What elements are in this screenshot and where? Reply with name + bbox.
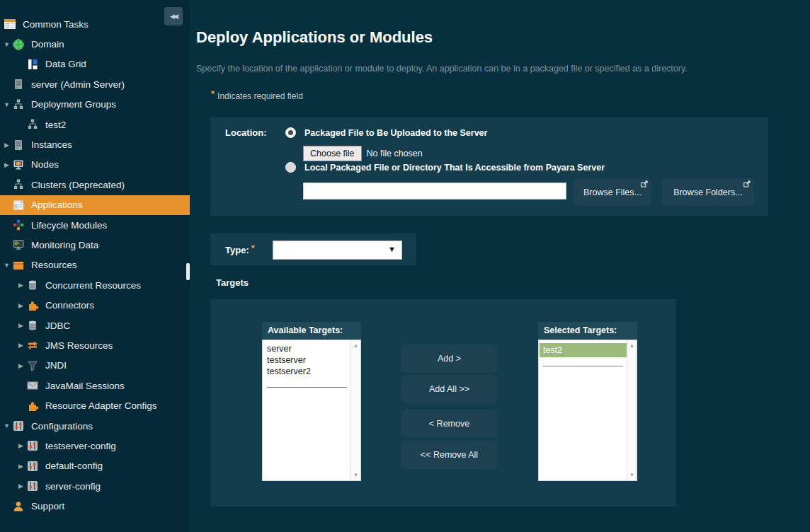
puzzle-icon (26, 299, 39, 312)
sidebar-item-label: Deployment Groups (31, 99, 116, 110)
target-option-server[interactable]: server (263, 343, 351, 354)
target-option-testserver[interactable]: testserver (263, 354, 351, 366)
sidebar-item-lifecycle-modules[interactable]: Lifecycle Modules (0, 215, 190, 235)
add-button[interactable]: Add > (401, 345, 498, 373)
navigation-sidebar: ◀◀ Common Tasks▼DomainData Gridserver (A… (0, 0, 190, 532)
sidebar-item-test2[interactable]: test2 (0, 115, 190, 134)
tree-expand-icon[interactable]: ▶ (16, 282, 26, 289)
navigation-tree: Common Tasks▼DomainData Gridserver (Admi… (0, 14, 190, 516)
main-content: Deploy Applications or Modules Specify t… (190, 0, 810, 532)
sidebar-item-connectors[interactable]: ▶Connectors (0, 295, 190, 315)
selected-targets-header: Selected Targets: (538, 322, 637, 340)
upload-radio[interactable] (285, 127, 296, 138)
scroll-down-icon[interactable]: ▼ (351, 472, 360, 478)
available-targets-header: Available Targets: (262, 322, 361, 340)
scroll-up-icon[interactable]: ▲ (627, 342, 637, 349)
sidebar-item-label: JNDI (45, 360, 67, 371)
scroll-up-icon[interactable]: ▲ (351, 342, 360, 349)
tree-expand-icon[interactable]: ▶ (16, 463, 26, 470)
sidebar-item-label: JMS Resources (45, 340, 113, 351)
type-dropdown[interactable]: ▼ (273, 241, 402, 260)
sidebar-item-configurations[interactable]: ▼Configurations (0, 416, 190, 436)
sidebar-item-concurrent-resources[interactable]: ▶Concurrent Resources (0, 275, 190, 295)
sidebar-item-nodes[interactable]: ▶Nodes (0, 155, 190, 175)
available-targets-listbox[interactable]: servertestservertestserver2 ▲ ▼ (262, 340, 361, 481)
sidebar-item-resources[interactable]: ▼Resources (0, 255, 190, 275)
target-option-testserver2[interactable]: testserver2 (263, 366, 351, 377)
sidebar-collapse-button[interactable]: ◀◀ (164, 7, 183, 25)
tree-collapse-icon[interactable]: ▼ (1, 262, 12, 269)
sidebar-item-label: Lifecycle Modules (31, 220, 107, 231)
sidebar-item-domain[interactable]: ▼Domain (0, 34, 190, 54)
choose-file-button[interactable]: Choose file (303, 146, 362, 161)
sidebar-item-server-config[interactable]: ▶server-config (0, 476, 190, 496)
scroll-down-icon[interactable]: ▼ (627, 472, 637, 478)
upload-radio-row: Packaged File to Be Uploaded to the Serv… (285, 127, 487, 138)
external-link-icon (743, 180, 751, 187)
local-path-radio-row: Local Packaged File or Directory That Is… (285, 162, 605, 173)
tree-expand-icon[interactable]: ▶ (16, 342, 26, 349)
config-icon (26, 480, 39, 492)
sidebar-item-instances[interactable]: ▶Instances (0, 134, 190, 154)
tree-collapse-icon[interactable]: ▼ (1, 422, 12, 429)
tree-expand-icon[interactable]: ▶ (16, 442, 26, 449)
type-label: Type:* (225, 243, 255, 255)
browse-files-label: Browse Files... (583, 187, 641, 197)
sidebar-item-label: Concurrent Resources (45, 280, 141, 291)
sidebar-item-deployment-groups[interactable]: ▼Deployment Groups (0, 95, 190, 115)
browse-folders-label: Browse Folders... (673, 187, 742, 197)
add-all-button[interactable]: Add All >> (401, 375, 498, 403)
sidebar-item-applications[interactable]: Applications (0, 195, 190, 215)
config-icon (12, 420, 25, 432)
tree-expand-icon[interactable]: ▶ (16, 302, 26, 309)
sidebar-item-support[interactable]: Support (0, 496, 190, 516)
tree-expand-icon[interactable]: ▶ (16, 362, 26, 369)
sidebar-item-jndi[interactable]: ▶JNDI (0, 356, 190, 376)
listbox-scrollbar[interactable]: ▲ ▼ (350, 340, 360, 480)
sidebar-item-label: Instances (31, 139, 72, 150)
upload-radio-label[interactable]: Packaged File to Be Uploaded to the Serv… (304, 128, 487, 138)
listbox-scrollbar[interactable]: ▲ ▼ (627, 340, 637, 480)
sidebar-item-clusters-deprecated[interactable]: Clusters (Deprecated) (0, 175, 190, 195)
sidebar-item-default-config[interactable]: ▶default-config (0, 456, 190, 476)
person-icon (12, 500, 25, 513)
sidebar-item-jdbc[interactable]: ▶JDBC (0, 316, 190, 335)
path-input[interactable] (303, 183, 566, 200)
mail-icon (26, 379, 39, 392)
tree-expand-icon[interactable]: ▶ (16, 482, 26, 490)
sidebar-item-label: Resource Adapter Configs (45, 400, 157, 411)
sidebar-item-label: Connectors (45, 300, 94, 311)
tree-collapse-icon[interactable]: ▼ (1, 101, 12, 108)
dropdown-caret-icon: ▼ (388, 245, 396, 253)
funnel-icon (26, 359, 39, 372)
node-icon (12, 158, 25, 171)
list-separator (543, 366, 623, 366)
tree-expand-icon[interactable]: ▶ (16, 322, 26, 329)
sidebar-item-jms-resources[interactable]: ▶JMS Resources (0, 335, 190, 355)
sidebar-item-label: Monitoring Data (31, 240, 98, 250)
sidebar-item-javamail-sessions[interactable]: JavaMail Sessions (0, 376, 190, 395)
external-link-icon (641, 180, 648, 187)
remove-button[interactable]: < Remove (401, 410, 498, 438)
selected-targets-listbox[interactable]: test2 ▲ ▼ (538, 340, 637, 481)
db-icon (26, 319, 39, 332)
sidebar-item-label: Nodes (31, 159, 59, 170)
remove-all-button[interactable]: << Remove All (401, 441, 498, 469)
browse-folders-button[interactable]: Browse Folders... (662, 178, 754, 207)
sidebar-item-resource-adapter-configs[interactable]: Resource Adapter Configs (0, 395, 190, 415)
tree-expand-icon[interactable]: ▶ (1, 161, 12, 168)
sidebar-item-testserver-config[interactable]: ▶testserver-config (0, 436, 190, 456)
sidebar-item-monitoring-data[interactable]: Monitoring Data (0, 235, 190, 255)
datagrid-icon (26, 58, 39, 71)
target-option-test2[interactable]: test2 (540, 343, 627, 357)
sidebar-item-data-grid[interactable]: Data Grid (0, 54, 190, 74)
sidebar-item-common-tasks[interactable]: Common Tasks (0, 14, 190, 34)
sidebar-item-label: JDBC (45, 320, 70, 331)
tree-expand-icon[interactable]: ▶ (1, 141, 12, 149)
browse-files-button[interactable]: Browse Files... (574, 178, 651, 207)
sidebar-item-server-admin-server[interactable]: server (Admin Server) (0, 74, 190, 94)
cluster-icon (26, 118, 39, 131)
local-path-radio-label[interactable]: Local Packaged File or Directory That Is… (304, 163, 605, 173)
local-path-radio[interactable] (285, 162, 296, 173)
tree-collapse-icon[interactable]: ▼ (1, 41, 12, 48)
